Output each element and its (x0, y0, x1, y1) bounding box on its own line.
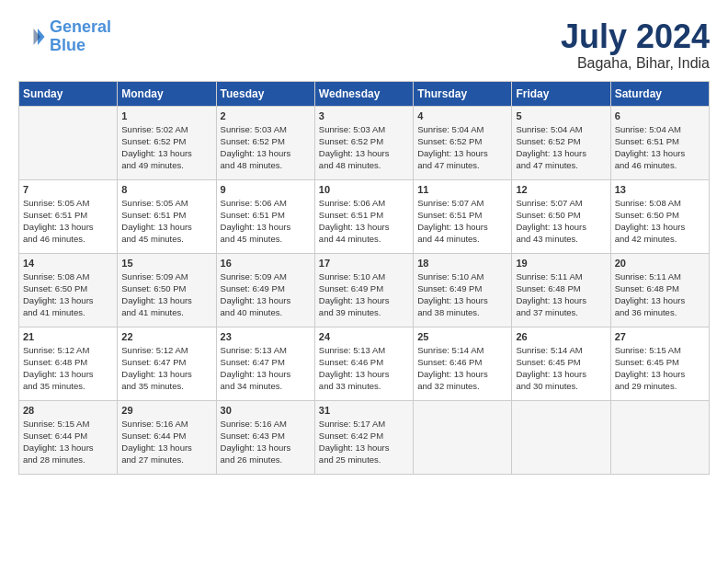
calendar-cell (610, 400, 709, 474)
day-info: Sunrise: 5:14 AM Sunset: 6:46 PM Dayligh… (417, 344, 507, 393)
calendar-table: SundayMondayTuesdayWednesdayThursdayFrid… (18, 81, 710, 475)
day-number: 21 (23, 331, 113, 342)
day-number: 30 (221, 405, 311, 416)
day-info: Sunrise: 5:13 AM Sunset: 6:46 PM Dayligh… (319, 344, 409, 393)
calendar-week-4: 21Sunrise: 5:12 AM Sunset: 6:48 PM Dayli… (19, 327, 710, 400)
calendar-cell: 9Sunrise: 5:06 AM Sunset: 6:51 PM Daylig… (216, 179, 314, 253)
day-info: Sunrise: 5:07 AM Sunset: 6:50 PM Dayligh… (516, 197, 606, 246)
calendar-cell: 3Sunrise: 5:03 AM Sunset: 6:52 PM Daylig… (314, 106, 413, 179)
calendar-cell: 24Sunrise: 5:13 AM Sunset: 6:46 PM Dayli… (314, 327, 413, 400)
calendar-cell: 11Sunrise: 5:07 AM Sunset: 6:51 PM Dayli… (414, 179, 512, 253)
day-number: 19 (516, 258, 606, 269)
day-number: 3 (319, 110, 409, 121)
day-info: Sunrise: 5:07 AM Sunset: 6:51 PM Dayligh… (417, 197, 507, 246)
day-info: Sunrise: 5:11 AM Sunset: 6:48 PM Dayligh… (516, 270, 606, 319)
calendar-cell: 22Sunrise: 5:12 AM Sunset: 6:47 PM Dayli… (118, 327, 216, 400)
day-number: 26 (516, 331, 606, 342)
day-number: 31 (319, 405, 409, 416)
day-number: 6 (615, 110, 705, 121)
title-block: July 2024 Bagaha, Bihar, India (561, 18, 710, 72)
column-header-friday: Friday (512, 81, 610, 106)
day-number: 10 (319, 184, 409, 195)
calendar-cell: 20Sunrise: 5:11 AM Sunset: 6:48 PM Dayli… (610, 253, 709, 327)
calendar-week-5: 28Sunrise: 5:15 AM Sunset: 6:44 PM Dayli… (19, 400, 710, 474)
day-info: Sunrise: 5:12 AM Sunset: 6:48 PM Dayligh… (23, 344, 113, 393)
day-number: 15 (121, 258, 211, 269)
calendar-body: 1Sunrise: 5:02 AM Sunset: 6:52 PM Daylig… (19, 106, 710, 474)
calendar-cell: 1Sunrise: 5:02 AM Sunset: 6:52 PM Daylig… (118, 106, 216, 179)
day-number: 5 (516, 110, 606, 121)
day-info: Sunrise: 5:09 AM Sunset: 6:49 PM Dayligh… (221, 270, 311, 319)
day-number: 28 (23, 405, 113, 416)
calendar-cell: 26Sunrise: 5:14 AM Sunset: 6:45 PM Dayli… (512, 327, 610, 400)
day-info: Sunrise: 5:10 AM Sunset: 6:49 PM Dayligh… (417, 270, 507, 319)
calendar-cell: 4Sunrise: 5:04 AM Sunset: 6:52 PM Daylig… (414, 106, 512, 179)
day-number: 9 (221, 184, 311, 195)
calendar-cell: 10Sunrise: 5:06 AM Sunset: 6:51 PM Dayli… (314, 179, 413, 253)
day-number: 1 (121, 110, 211, 121)
column-header-thursday: Thursday (414, 81, 512, 106)
day-info: Sunrise: 5:08 AM Sunset: 6:50 PM Dayligh… (615, 197, 705, 246)
day-info: Sunrise: 5:10 AM Sunset: 6:49 PM Dayligh… (319, 270, 409, 319)
logo-text: General Blue (50, 18, 111, 55)
day-info: Sunrise: 5:05 AM Sunset: 6:51 PM Dayligh… (23, 197, 113, 246)
calendar-cell: 21Sunrise: 5:12 AM Sunset: 6:48 PM Dayli… (19, 327, 118, 400)
page-header: General Blue July 2024 Bagaha, Bihar, In… (18, 18, 710, 72)
calendar-cell: 14Sunrise: 5:08 AM Sunset: 6:50 PM Dayli… (19, 253, 118, 327)
day-number: 18 (417, 258, 507, 269)
day-info: Sunrise: 5:16 AM Sunset: 6:43 PM Dayligh… (221, 418, 311, 466)
calendar-cell: 17Sunrise: 5:10 AM Sunset: 6:49 PM Dayli… (314, 253, 413, 327)
day-info: Sunrise: 5:08 AM Sunset: 6:50 PM Dayligh… (23, 270, 113, 319)
column-header-tuesday: Tuesday (216, 81, 314, 106)
calendar-cell: 31Sunrise: 5:17 AM Sunset: 6:42 PM Dayli… (314, 400, 413, 474)
day-info: Sunrise: 5:17 AM Sunset: 6:42 PM Dayligh… (319, 418, 409, 466)
calendar-header: SundayMondayTuesdayWednesdayThursdayFrid… (19, 81, 710, 106)
calendar-cell: 12Sunrise: 5:07 AM Sunset: 6:50 PM Dayli… (512, 179, 610, 253)
logo-icon (18, 23, 46, 51)
day-info: Sunrise: 5:04 AM Sunset: 6:52 PM Dayligh… (417, 123, 507, 172)
calendar-cell: 19Sunrise: 5:11 AM Sunset: 6:48 PM Dayli… (512, 253, 610, 327)
day-number: 25 (417, 331, 507, 342)
calendar-cell: 5Sunrise: 5:04 AM Sunset: 6:52 PM Daylig… (512, 106, 610, 179)
calendar-cell: 8Sunrise: 5:05 AM Sunset: 6:51 PM Daylig… (118, 179, 216, 253)
day-number: 23 (221, 331, 311, 342)
calendar-cell: 15Sunrise: 5:09 AM Sunset: 6:50 PM Dayli… (118, 253, 216, 327)
calendar-cell (512, 400, 610, 474)
day-info: Sunrise: 5:15 AM Sunset: 6:44 PM Dayligh… (23, 418, 113, 466)
calendar-week-3: 14Sunrise: 5:08 AM Sunset: 6:50 PM Dayli… (19, 253, 710, 327)
day-number: 14 (23, 258, 113, 269)
month-year: July 2024 (561, 18, 710, 55)
day-number: 4 (417, 110, 507, 121)
day-number: 22 (121, 331, 211, 342)
location: Bagaha, Bihar, India (561, 55, 710, 72)
calendar-cell: 18Sunrise: 5:10 AM Sunset: 6:49 PM Dayli… (414, 253, 512, 327)
day-info: Sunrise: 5:12 AM Sunset: 6:47 PM Dayligh… (121, 344, 211, 393)
day-info: Sunrise: 5:06 AM Sunset: 6:51 PM Dayligh… (319, 197, 409, 246)
logo: General Blue (18, 18, 111, 55)
day-number: 27 (615, 331, 705, 342)
day-number: 24 (319, 331, 409, 342)
day-info: Sunrise: 5:09 AM Sunset: 6:50 PM Dayligh… (121, 270, 211, 319)
day-info: Sunrise: 5:04 AM Sunset: 6:51 PM Dayligh… (615, 123, 705, 172)
calendar-cell: 28Sunrise: 5:15 AM Sunset: 6:44 PM Dayli… (19, 400, 118, 474)
calendar-cell: 7Sunrise: 5:05 AM Sunset: 6:51 PM Daylig… (19, 179, 118, 253)
calendar-cell: 30Sunrise: 5:16 AM Sunset: 6:43 PM Dayli… (216, 400, 314, 474)
day-number: 8 (121, 184, 211, 195)
column-header-saturday: Saturday (610, 81, 709, 106)
calendar-cell: 13Sunrise: 5:08 AM Sunset: 6:50 PM Dayli… (610, 179, 709, 253)
day-info: Sunrise: 5:11 AM Sunset: 6:48 PM Dayligh… (615, 270, 705, 319)
calendar-week-2: 7Sunrise: 5:05 AM Sunset: 6:51 PM Daylig… (19, 179, 710, 253)
day-info: Sunrise: 5:03 AM Sunset: 6:52 PM Dayligh… (221, 123, 311, 172)
day-info: Sunrise: 5:14 AM Sunset: 6:45 PM Dayligh… (516, 344, 606, 393)
calendar-cell (19, 106, 118, 179)
day-number: 7 (23, 184, 113, 195)
column-header-sunday: Sunday (19, 81, 118, 106)
day-info: Sunrise: 5:03 AM Sunset: 6:52 PM Dayligh… (319, 123, 409, 172)
day-number: 2 (221, 110, 311, 121)
calendar-cell: 23Sunrise: 5:13 AM Sunset: 6:47 PM Dayli… (216, 327, 314, 400)
day-number: 11 (417, 184, 507, 195)
day-number: 29 (121, 405, 211, 416)
column-header-wednesday: Wednesday (314, 81, 413, 106)
column-header-monday: Monday (118, 81, 216, 106)
calendar-cell: 27Sunrise: 5:15 AM Sunset: 6:45 PM Dayli… (610, 327, 709, 400)
